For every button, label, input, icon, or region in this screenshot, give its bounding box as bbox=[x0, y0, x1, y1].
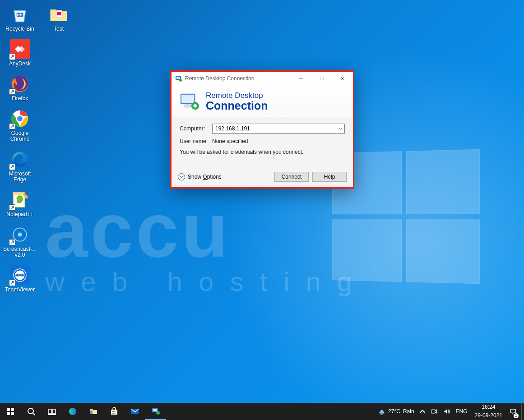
computer-combobox[interactable] bbox=[212, 124, 345, 134]
notepadpp-icon bbox=[9, 189, 31, 211]
system-tray: 27°C Rain ENG 16:24 29-09-2021 1 bbox=[376, 403, 524, 420]
tray-volume[interactable] bbox=[441, 403, 453, 420]
help-button[interactable]: Help bbox=[312, 172, 347, 182]
weather-temp: 27°C bbox=[388, 408, 400, 415]
desktop-icon-label: Notepad++ bbox=[6, 212, 33, 217]
remote-desktop-window: Remote Desktop Connection bbox=[172, 72, 353, 187]
start-button[interactable] bbox=[0, 403, 21, 420]
taskbar-app-store[interactable] bbox=[104, 403, 125, 420]
notification-count: 1 bbox=[514, 413, 519, 418]
anydesk-icon bbox=[9, 38, 31, 60]
svg-point-28 bbox=[28, 408, 33, 414]
taskbar-app-mail[interactable] bbox=[125, 403, 145, 420]
desktop-icon-teamviewer[interactable]: TeamViewer bbox=[3, 264, 37, 293]
video-icon bbox=[431, 408, 438, 415]
username-label: User name: bbox=[180, 138, 212, 144]
window-titlebar[interactable]: Remote Desktop Connection bbox=[172, 72, 353, 85]
svg-rect-25 bbox=[11, 408, 14, 411]
task-view-button[interactable] bbox=[42, 403, 62, 420]
svg-rect-26 bbox=[7, 412, 10, 415]
window-title: Remote Desktop Connection bbox=[185, 75, 291, 82]
shortcut-arrow-icon bbox=[9, 280, 15, 286]
shortcut-arrow-icon bbox=[9, 54, 15, 60]
recycle-bin-icon bbox=[9, 4, 31, 25]
taskbar[interactable]: 27°C Rain ENG 16:24 29-09-2021 1 bbox=[0, 403, 524, 420]
close-button[interactable] bbox=[332, 72, 353, 85]
svg-rect-38 bbox=[112, 413, 114, 414]
svg-rect-40 bbox=[131, 409, 139, 414]
tray-time: 16:24 bbox=[482, 404, 495, 410]
show-options-toggle[interactable]: Show Options bbox=[178, 173, 222, 180]
shortcut-arrow-icon bbox=[9, 123, 15, 129]
desktop-icon-label: Microsoft Edge bbox=[9, 171, 31, 183]
svg-rect-22 bbox=[181, 95, 195, 103]
tray-language[interactable]: ENG bbox=[453, 403, 470, 420]
svg-rect-42 bbox=[153, 409, 157, 411]
desktop-icon-test-folder[interactable]: Test bbox=[42, 4, 76, 32]
shortcut-arrow-icon bbox=[9, 204, 15, 211]
desktop-icons-col-2: Test bbox=[42, 4, 76, 32]
taskbar-app-rdp[interactable] bbox=[145, 403, 166, 420]
taskbar-app-file-explorer[interactable] bbox=[83, 403, 104, 420]
taskbar-app-edge[interactable] bbox=[62, 403, 83, 420]
username-value: None specified bbox=[212, 138, 248, 144]
chevron-down-icon[interactable] bbox=[336, 124, 344, 133]
show-desktop-button[interactable] bbox=[521, 403, 524, 420]
computer-input[interactable] bbox=[213, 124, 336, 133]
tray-overflow-button[interactable] bbox=[417, 403, 428, 420]
screencast-icon bbox=[9, 224, 31, 245]
svg-rect-30 bbox=[52, 409, 56, 414]
desktop-icon-anydesk[interactable]: AnyDesk bbox=[3, 38, 37, 67]
shortcut-arrow-icon bbox=[9, 164, 15, 170]
desktop-icon-firefox[interactable]: Firefox bbox=[3, 73, 37, 102]
desktop-icon-screencast[interactable]: Screencast-... v2.0 bbox=[3, 224, 37, 258]
folder-icon bbox=[48, 4, 70, 25]
edge-icon bbox=[9, 148, 31, 170]
desktop-icon-label: Firefox bbox=[12, 96, 28, 102]
tray-clock[interactable]: 16:24 29-09-2021 bbox=[470, 403, 507, 420]
desktop[interactable]: accu web hosting Recycle Bin bbox=[0, 0, 524, 403]
watermark: accu web hosting bbox=[45, 189, 368, 297]
rdp-banner: Remote Desktop Connection bbox=[172, 85, 353, 117]
minimize-button[interactable] bbox=[291, 72, 311, 85]
svg-point-43 bbox=[156, 411, 160, 415]
tray-date: 29-09-2021 bbox=[475, 413, 502, 419]
speaker-icon bbox=[443, 408, 450, 415]
maximize-button[interactable] bbox=[311, 72, 332, 85]
tray-notifications[interactable]: 1 bbox=[507, 403, 519, 420]
rdp-app-icon bbox=[175, 75, 182, 82]
rdp-banner-line2: Connection bbox=[206, 100, 268, 111]
desktop-icon-notepadpp[interactable]: Notepad++ bbox=[3, 189, 37, 217]
chrome-icon bbox=[9, 108, 31, 129]
connect-button[interactable]: Connect bbox=[274, 172, 309, 182]
desktop-icons-col-1: Recycle Bin AnyDesk bbox=[3, 4, 37, 293]
tray-meet-now[interactable] bbox=[428, 403, 441, 420]
desktop-icon-edge[interactable]: Microsoft Edge bbox=[3, 148, 37, 183]
weather-widget[interactable]: 27°C Rain bbox=[376, 403, 417, 420]
svg-rect-34 bbox=[90, 411, 93, 414]
shortcut-arrow-icon bbox=[9, 88, 15, 95]
svg-rect-36 bbox=[112, 411, 114, 412]
svg-rect-27 bbox=[11, 412, 14, 415]
firefox-icon bbox=[9, 73, 31, 95]
rdp-banner-icon bbox=[180, 92, 199, 111]
desktop-icon-label: Google Chrome bbox=[10, 130, 30, 142]
desktop-icon-recycle-bin[interactable]: Recycle Bin bbox=[3, 4, 37, 32]
desktop-icon-label: Screencast-... v2.0 bbox=[3, 246, 37, 258]
svg-rect-20 bbox=[320, 77, 324, 80]
svg-rect-18 bbox=[176, 77, 180, 79]
svg-point-32 bbox=[69, 408, 76, 415]
svg-rect-29 bbox=[48, 409, 51, 414]
svg-rect-39 bbox=[114, 413, 116, 414]
rdp-footer: Show Options Connect Help bbox=[172, 167, 353, 187]
weather-rain-icon bbox=[378, 408, 385, 415]
svg-rect-14 bbox=[18, 274, 21, 276]
desktop-icon-label: TeamViewer bbox=[5, 287, 35, 293]
svg-point-10 bbox=[18, 232, 22, 236]
search-button[interactable] bbox=[21, 403, 42, 420]
wallpaper-windows-logo bbox=[332, 149, 480, 284]
svg-rect-44 bbox=[431, 410, 435, 413]
desktop-icon-chrome[interactable]: Google Chrome bbox=[3, 108, 37, 142]
svg-rect-31 bbox=[48, 414, 56, 415]
svg-rect-24 bbox=[7, 408, 10, 411]
